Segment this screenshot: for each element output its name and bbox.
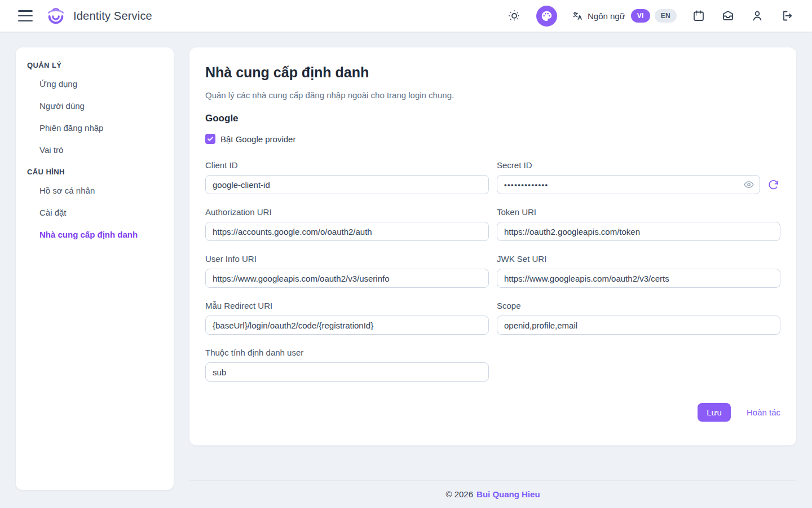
- app-header: Identity Service Ngôn ng: [0, 0, 812, 32]
- copyright-text: © 2026: [445, 489, 473, 499]
- field-token-uri: Token URI: [497, 207, 780, 241]
- page-title: Nhà cung cấp định danh: [205, 64, 780, 81]
- form-actions: Lưu Hoàn tác: [205, 403, 780, 422]
- user-info-uri-input[interactable]: [205, 269, 489, 288]
- language-option-vi[interactable]: VI: [631, 9, 650, 23]
- main-content: Nhà cung cấp định danh Quản lý các nhà c…: [189, 47, 796, 508]
- secret-id-label: Secret ID: [497, 160, 780, 170]
- field-client-id: Client ID: [205, 160, 489, 194]
- provider-heading: Google: [205, 113, 780, 124]
- theme-palette-button[interactable]: [536, 6, 557, 27]
- page-footer: © 2026Bui Quang Hieu: [189, 480, 796, 508]
- translate-icon: [572, 10, 583, 21]
- authorization-uri-input[interactable]: [205, 222, 489, 241]
- field-user-info-uri: User Info URI: [205, 254, 489, 288]
- sidebar-item-users[interactable]: Người dùng: [27, 95, 162, 117]
- page-subtitle: Quản lý các nhà cung cấp đăng nhập ngoài…: [205, 90, 780, 100]
- language-label: Ngôn ngữ: [588, 11, 625, 21]
- sidebar-section-management: QUẢN LÝ: [27, 54, 162, 73]
- client-id-label: Client ID: [205, 160, 489, 170]
- menu-icon[interactable]: [18, 10, 33, 21]
- app-title: Identity Service: [73, 10, 152, 23]
- user-info-uri-label: User Info URI: [205, 254, 489, 264]
- save-button[interactable]: Lưu: [698, 403, 731, 422]
- user-icon[interactable]: [750, 8, 765, 23]
- redirect-uri-template-input[interactable]: [205, 316, 489, 335]
- field-user-name-attribute: Thuộc tính định danh user: [205, 348, 489, 382]
- user-name-attribute-label: Thuộc tính định danh user: [205, 348, 489, 357]
- field-secret-id: Secret ID: [497, 160, 780, 194]
- sidebar-item-roles[interactable]: Vai trò: [27, 139, 162, 161]
- sidebar-item-profile[interactable]: Hồ sơ cá nhân: [27, 179, 162, 202]
- redirect-uri-template-label: Mẫu Redirect URI: [205, 301, 489, 310]
- sidebar: QUẢN LÝ Ứng dụng Người dùng Phiên đăng n…: [16, 47, 174, 490]
- authorization-uri-label: Authorization URI: [205, 207, 489, 217]
- toggle-secret-visibility-eye-icon[interactable]: [743, 179, 754, 190]
- scope-label: Scope: [497, 301, 780, 310]
- identity-provider-card: Nhà cung cấp định danh Quản lý các nhà c…: [189, 47, 796, 445]
- calendar-icon[interactable]: [691, 8, 706, 23]
- undo-link[interactable]: Hoàn tác: [747, 408, 780, 417]
- field-redirect-uri-template: Mẫu Redirect URI: [205, 301, 489, 335]
- inbox-icon[interactable]: [721, 8, 735, 23]
- regenerate-secret-icon[interactable]: [767, 178, 780, 191]
- sidebar-item-login-sessions[interactable]: Phiên đăng nhập: [27, 117, 162, 139]
- field-scope: Scope: [497, 301, 780, 335]
- token-uri-input[interactable]: [497, 222, 780, 241]
- jwk-set-uri-label: JWK Set URI: [497, 254, 780, 264]
- enable-google-provider-label: Bật Google provider: [220, 134, 295, 144]
- language-option-en[interactable]: EN: [655, 9, 677, 23]
- palette-icon: [541, 10, 553, 22]
- field-authorization-uri: Authorization URI: [205, 207, 489, 241]
- author-link[interactable]: Bui Quang Hieu: [476, 489, 540, 499]
- field-jwk-set-uri: JWK Set URI: [497, 254, 780, 288]
- user-name-attribute-input[interactable]: [205, 362, 489, 382]
- language-switcher: Ngôn ngữ VI EN: [572, 9, 677, 23]
- provider-form: Client ID Secret ID: [205, 160, 780, 382]
- secret-id-input[interactable]: [497, 175, 760, 194]
- app-logo-icon: [45, 5, 67, 27]
- theme-toggle-sun-icon[interactable]: [507, 8, 522, 23]
- sidebar-item-identity-providers[interactable]: Nhà cung cấp định danh: [27, 224, 162, 246]
- sidebar-item-settings[interactable]: Cài đặt: [27, 202, 162, 224]
- sidebar-item-applications[interactable]: Ứng dụng: [27, 73, 162, 95]
- scope-input[interactable]: [497, 316, 780, 335]
- logout-icon[interactable]: [779, 8, 794, 23]
- sidebar-section-configuration: CẤU HÌNH: [27, 161, 162, 179]
- enable-google-provider-row[interactable]: Bật Google provider: [205, 134, 780, 144]
- token-uri-label: Token URI: [497, 207, 780, 217]
- check-icon: [207, 135, 214, 142]
- google-provider-checkbox[interactable]: [205, 134, 215, 144]
- jwk-set-uri-input[interactable]: [497, 269, 780, 288]
- client-id-input[interactable]: [205, 175, 489, 194]
